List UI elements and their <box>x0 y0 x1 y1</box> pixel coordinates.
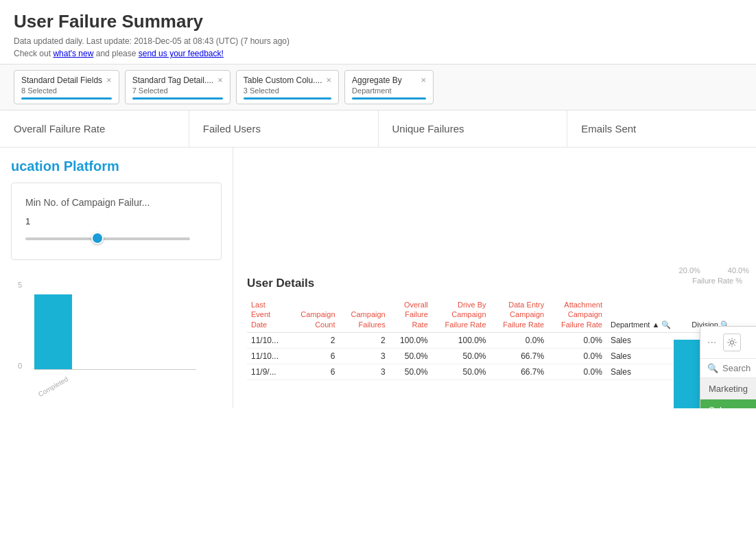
chip-bar-table-custom <box>244 97 331 100</box>
x-label-20: 20.0% <box>679 266 700 274</box>
stat-label-overall-failure: Overall Failure Rate <box>14 123 175 135</box>
h-bar-area: 20.0% 40.0% Failure Rate % <box>233 148 756 268</box>
chip-subtitle-table-custom: 3 Selected <box>244 86 331 95</box>
cell-attachment-1: 0.0% <box>548 348 606 364</box>
cell-data-entry-0: 0.0% <box>491 332 549 348</box>
chip-bar-standard-detail <box>21 97 112 100</box>
cell-campaign-failures-0: 2 <box>340 332 390 348</box>
update-text: Data updated daily. Last update: 2018-De… <box>14 36 290 46</box>
dropdown-search-container: 🔍 <box>700 359 756 378</box>
chip-close-standard-detail[interactable]: × <box>106 75 112 85</box>
bars-container <box>34 294 72 370</box>
update-info: Data updated daily. Last update: 2018-De… <box>14 36 742 46</box>
chip-close-table-custom[interactable]: × <box>327 75 332 85</box>
links-line: Check out what's new and please send us … <box>14 49 742 58</box>
header: User Failure Summary Data updated daily.… <box>0 0 756 64</box>
cell-last-event-2: 11/9/... <box>247 364 289 379</box>
cell-campaign-count-2: 6 <box>289 364 339 379</box>
cell-drive-by-2: 50.0% <box>432 364 491 379</box>
cell-last-event-1: 11/10... <box>247 348 289 364</box>
chip-bar-aggregate-by <box>352 97 426 100</box>
stats-row: Overall Failure Rate Failed Users Unique… <box>0 110 756 148</box>
right-panel: 20.0% 40.0% Failure Rate % User Details … <box>233 148 756 408</box>
table-row: 11/10... 6 3 50.0% 50.0% 66.7% 0.0% Sale… <box>247 348 742 364</box>
dropdown-item-sales[interactable]: Sales ✓ <box>700 399 756 408</box>
cell-drive-by-0: 100.0% <box>432 332 491 348</box>
chip-subtitle-aggregate-by: Department <box>352 86 426 95</box>
cell-attachment-0: 0.0% <box>548 332 606 348</box>
stat-label-unique-failures: Unique Failures <box>392 123 554 135</box>
col-header-department: Department ▲ 🔍 <box>606 297 687 332</box>
chip-subtitle-standard-detail: 8 Selected <box>21 86 112 95</box>
chip-bar-standard-tag <box>132 97 223 100</box>
table-row: 11/9/... 6 3 50.0% 50.0% 66.7% 0.0% Sale… <box>247 364 742 379</box>
cell-campaign-failures-1: 3 <box>340 348 390 364</box>
cell-data-entry-1: 66.7% <box>491 348 549 364</box>
y-label-5: 5 <box>18 281 22 289</box>
cell-campaign-count-0: 2 <box>289 332 339 348</box>
chip-title-standard-detail: Standard Detail Fields × <box>21 75 112 85</box>
chip-title-aggregate-by: Aggregate By × <box>352 75 426 85</box>
x-axis-labels: 20.0% 40.0% <box>679 266 756 274</box>
col-header-campaign-failures: CampaignFailures <box>340 297 390 332</box>
chip-title-standard-tag: Standard Tag Detail.... × <box>132 75 223 85</box>
chip-subtitle-standard-tag: 7 Selected <box>132 86 223 95</box>
dropdown-search-input[interactable] <box>722 363 756 373</box>
whats-new-link[interactable]: what's new <box>53 49 93 58</box>
dropdown-overlay: ··· ✕ ✓ 🔍 <box>700 326 756 408</box>
dropdown-toolbar: ··· ✕ ✓ <box>700 327 756 359</box>
bar-chart-area: 5 0 Completed <box>11 274 222 397</box>
stat-label-emails-sent: Emails Sent <box>581 123 742 135</box>
h-bar-chart: 20.0% 40.0% Failure Rate % <box>247 159 742 268</box>
cell-overall-rate-1: 50.0% <box>390 348 432 364</box>
slider-value: 1 <box>25 216 207 226</box>
dropdown-item-marketing[interactable]: Marketing <box>700 378 756 399</box>
stat-card-failed-users: Failed Users <box>189 110 379 147</box>
search-icon: 🔍 <box>707 363 718 373</box>
page-wrapper: User Failure Summary Data updated daily.… <box>0 0 756 549</box>
toolbar-dots[interactable]: ··· <box>707 336 716 349</box>
feedback-link[interactable]: send us your feedback! <box>139 49 224 58</box>
slider-container <box>25 232 207 246</box>
col-header-drive-by: Drive ByCampaignFailure Rate <box>432 297 491 332</box>
x-label-completed: Completed <box>35 374 71 399</box>
col-header-data-entry: Data EntryCampaignFailure Rate <box>491 297 549 332</box>
bar-completed <box>34 294 72 370</box>
user-details-title: User Details <box>247 277 742 290</box>
cell-campaign-count-1: 6 <box>289 348 339 364</box>
filter-bar: Standard Detail Fields × 8 Selected Stan… <box>0 64 756 110</box>
baseline <box>34 369 196 370</box>
svg-point-0 <box>731 341 734 344</box>
filter-chip-standard-detail[interactable]: Standard Detail Fields × 8 Selected <box>14 70 119 104</box>
left-panel: ucation Platform Min No. of Campaign Fai… <box>0 148 233 408</box>
table-row: 11/10... 2 2 100.0% 100.0% 0.0% 0.0% Sal… <box>247 332 742 348</box>
cell-campaign-failures-2: 3 <box>340 364 390 379</box>
page-title: User Failure Summary <box>14 11 742 32</box>
stat-card-emails-sent: Emails Sent <box>567 110 756 147</box>
campaign-widget-title: Min No. of Campaign Failur... <box>25 197 207 208</box>
x-label-40: 40.0% <box>728 266 749 274</box>
toolbar-gear-icon[interactable] <box>723 334 741 351</box>
chip-close-aggregate-by[interactable]: × <box>421 75 427 85</box>
cell-last-event-0: 11/10... <box>247 332 289 348</box>
stat-card-unique-failures: Unique Failures <box>379 110 568 147</box>
cell-data-entry-2: 66.7% <box>491 364 549 379</box>
y-label-0: 0 <box>18 362 22 370</box>
chip-title-table-custom: Table Custom Colu.... × <box>244 75 331 85</box>
bar-chart: 5 0 Completed <box>18 281 196 390</box>
chip-close-standard-tag[interactable]: × <box>217 75 223 85</box>
campaign-widget: Min No. of Campaign Failur... 1 <box>11 183 222 260</box>
y-axis: 5 0 <box>18 281 22 370</box>
filter-chip-table-custom[interactable]: Table Custom Colu.... × 3 Selected <box>236 70 339 104</box>
filter-chip-aggregate-by[interactable]: Aggregate By × Department <box>344 70 434 104</box>
section-title: ucation Platform <box>11 159 222 174</box>
stat-card-overall-failure: Overall Failure Rate <box>0 110 189 147</box>
stat-label-failed-users: Failed Users <box>203 123 364 135</box>
filter-chip-standard-tag[interactable]: Standard Tag Detail.... × 7 Selected <box>125 70 231 104</box>
cell-attachment-2: 0.0% <box>548 364 606 379</box>
col-header-overall-rate: OverallFailureRate <box>390 297 432 332</box>
cell-drive-by-1: 50.0% <box>432 348 491 364</box>
user-details-table: LastEventDate CampaignCount CampaignFail… <box>247 297 742 380</box>
col-header-last-event: LastEventDate <box>247 297 289 332</box>
cell-overall-rate-0: 100.0% <box>390 332 432 348</box>
